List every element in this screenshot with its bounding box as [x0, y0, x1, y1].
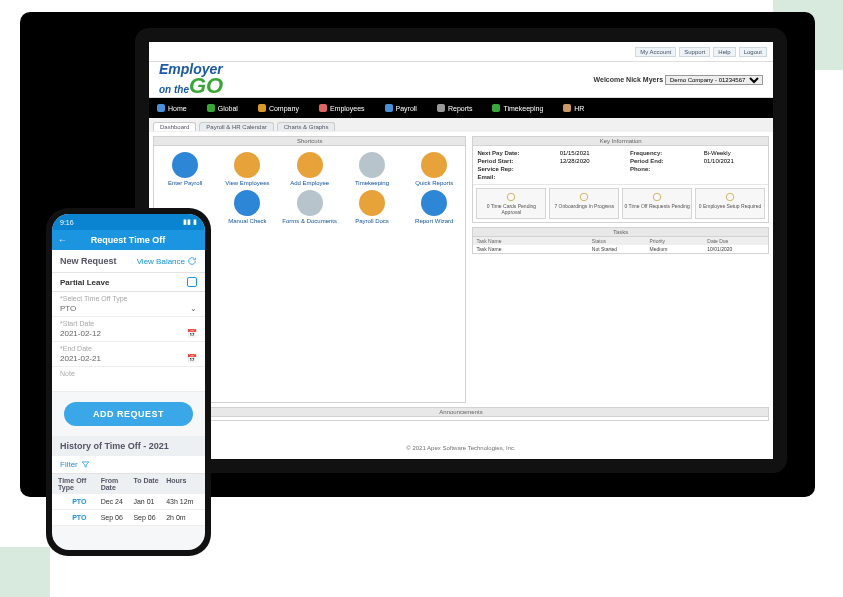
- phone-screen: 9:16 ▮▮ ▮ ← Request Time Off New Request…: [52, 214, 205, 550]
- keyinfo-title: Key Information: [473, 137, 768, 146]
- shortcut-manual-check[interactable]: Manual Check: [218, 190, 276, 224]
- shortcut-icon: [421, 190, 447, 216]
- shortcut-label: Forms & Documents: [282, 218, 337, 224]
- start-date-field[interactable]: *Start Date 2021-02-12📅: [52, 317, 205, 342]
- value: 01/10/2021: [704, 158, 764, 164]
- keyinfo-card[interactable]: 0 Time Cards Pending Approval: [476, 188, 546, 219]
- shortcut-view-employees[interactable]: View Employees: [218, 152, 276, 186]
- top-utility-bar: My Account Support Help Logout: [149, 42, 773, 62]
- shortcut-payroll-docs[interactable]: Payroll Docs: [343, 190, 401, 224]
- desktop-screen: My Account Support Help Logout Employer …: [149, 42, 773, 459]
- shortcut-add-employee[interactable]: Add Employee: [281, 152, 339, 186]
- tab-charts-graphs[interactable]: Charts & Graphs: [277, 122, 336, 131]
- filter-button[interactable]: Filter: [52, 456, 205, 474]
- shortcut-icon: [234, 152, 260, 178]
- keyinfo-card[interactable]: 7 Onboardings In Progress: [549, 188, 619, 219]
- svg-point-3: [726, 193, 734, 201]
- history-row[interactable]: PTODec 24Jan 0143h 12m: [52, 494, 205, 510]
- page-title: Request Time Off: [73, 235, 183, 245]
- keyinfo-card[interactable]: 0 Employee Setup Required: [695, 188, 765, 219]
- label: Phone:: [630, 166, 694, 172]
- task-row[interactable]: Task Name Not Started Medium 10/01/2020: [473, 245, 768, 253]
- availability-text: tly available.: [149, 421, 773, 435]
- header: Employer on theGO Welcome Nick Myers Dem…: [149, 62, 773, 98]
- shortcut-icon: [359, 152, 385, 178]
- note-field[interactable]: Note: [52, 367, 205, 392]
- label: Next Pay Date:: [477, 150, 549, 156]
- view-balance-link[interactable]: View Balance: [137, 256, 197, 266]
- shortcut-timekeeping[interactable]: Timekeeping: [343, 152, 401, 186]
- col-header: Task Name: [476, 238, 591, 244]
- card-icon: [652, 192, 662, 202]
- card-icon: [506, 192, 516, 202]
- shortcut-icon: [234, 190, 260, 216]
- back-icon[interactable]: ←: [58, 235, 67, 245]
- shortcut-forms-documents[interactable]: Forms & Documents: [281, 190, 339, 224]
- menu-payroll[interactable]: Payroll: [385, 104, 417, 112]
- col-header: Date Due: [707, 238, 765, 244]
- shortcut-icon: [297, 152, 323, 178]
- shortcut-label: Payroll Docs: [355, 218, 389, 224]
- card-icon: [579, 192, 589, 202]
- shortcut-label: View Employees: [225, 180, 269, 186]
- menu-hr[interactable]: HR: [563, 104, 584, 112]
- label: Service Rep:: [477, 166, 549, 172]
- decoration: [0, 547, 50, 597]
- label: Email:: [477, 174, 764, 180]
- tab-payroll-hr-calendar[interactable]: Payroll & HR Calendar: [199, 122, 273, 131]
- history-row[interactable]: PTOSep 06Sep 062h 0m: [52, 510, 205, 526]
- menu-employees[interactable]: Employees: [319, 104, 365, 112]
- shortcut-label: Timekeeping: [355, 180, 389, 186]
- col-header: Status: [592, 238, 650, 244]
- shortcut-icon: [297, 190, 323, 216]
- logout-button[interactable]: Logout: [739, 47, 767, 57]
- menu-reports[interactable]: Reports: [437, 104, 473, 112]
- status-time: 9:16: [60, 219, 74, 226]
- timeoff-type-field[interactable]: *Select Time Off Type PTO⌄: [52, 292, 205, 317]
- menu-timekeeping[interactable]: Timekeeping: [492, 104, 543, 112]
- shortcut-report-wizard[interactable]: Report Wizard: [405, 190, 463, 224]
- shortcut-icon: [172, 152, 198, 178]
- page-title-bar: ← Request Time Off: [52, 230, 205, 250]
- dashboard-content: Shortcuts Enter PayrollView EmployeesAdd…: [149, 132, 773, 407]
- menu-global[interactable]: Global: [207, 104, 238, 112]
- checkbox[interactable]: [187, 277, 197, 287]
- support-button[interactable]: Support: [679, 47, 710, 57]
- sub-tabs: Dashboard Payroll & HR Calendar Charts &…: [149, 118, 773, 132]
- company-select[interactable]: Demo Company - 01234567: [665, 75, 763, 85]
- shortcut-quick-reports[interactable]: Quick Reports: [405, 152, 463, 186]
- end-date-field[interactable]: *End Date 2021-02-21📅: [52, 342, 205, 367]
- shortcut-label: Quick Reports: [415, 180, 453, 186]
- svg-point-2: [653, 193, 661, 201]
- partial-leave-row[interactable]: Partial Leave: [52, 273, 205, 292]
- shortcut-label: Report Wizard: [415, 218, 453, 224]
- tasks-title: Tasks: [473, 228, 768, 237]
- filter-icon: [81, 460, 90, 469]
- keyinfo-card[interactable]: 0 Time Off Requests Pending: [622, 188, 692, 219]
- refresh-icon: [187, 256, 197, 266]
- shortcut-enter-payroll[interactable]: Enter Payroll: [156, 152, 214, 186]
- status-bar: 9:16 ▮▮ ▮: [52, 214, 205, 230]
- calendar-icon: 📅: [187, 354, 197, 363]
- announcements-title: Announcements: [154, 408, 768, 417]
- help-button[interactable]: Help: [713, 47, 735, 57]
- tab-dashboard[interactable]: Dashboard: [153, 122, 196, 131]
- menu-home[interactable]: Home: [157, 104, 187, 112]
- menu-company[interactable]: Company: [258, 104, 299, 112]
- welcome-text: Welcome Nick Myers: [594, 76, 664, 83]
- history-title: History of Time Off - 2021: [52, 436, 205, 456]
- add-request-button[interactable]: ADD REQUEST: [64, 402, 193, 426]
- shortcut-label: Manual Check: [228, 218, 266, 224]
- shortcut-label: Add Employee: [290, 180, 329, 186]
- shortcut-icon: [359, 190, 385, 216]
- status-icons: ▮▮ ▮: [183, 218, 197, 226]
- main-menu: Home Global Company Employees Payroll Re…: [149, 98, 773, 118]
- label: Period End:: [630, 158, 694, 164]
- my-account-button[interactable]: My Account: [635, 47, 676, 57]
- card-icon: [725, 192, 735, 202]
- laptop-frame: My Account Support Help Logout Employer …: [135, 28, 787, 473]
- col-header: Priority: [650, 238, 708, 244]
- welcome-area: Welcome Nick Myers Demo Company - 012345…: [594, 75, 763, 85]
- new-request-header: New Request View Balance: [52, 250, 205, 273]
- value: [704, 166, 764, 172]
